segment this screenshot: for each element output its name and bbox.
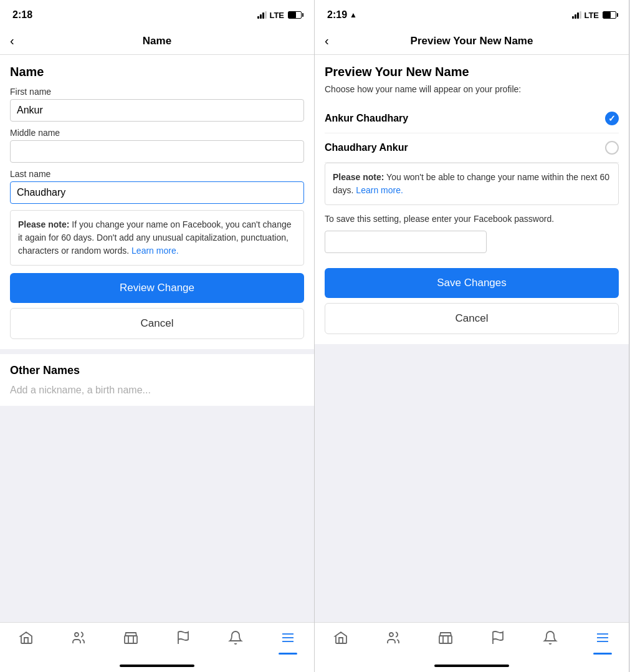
other-names-title: Other Names (10, 364, 304, 377)
nav-marketplace-right[interactable] (419, 628, 472, 650)
bell-icon-left (228, 630, 243, 648)
nav-friends-right[interactable] (367, 628, 419, 650)
nav-marketplace-left[interactable] (105, 628, 157, 650)
password-label: To save this setting, please enter your … (325, 213, 619, 226)
svg-point-0 (75, 633, 79, 636)
status-icons-right: LTE (572, 11, 616, 20)
name-note-box: Please note: If you change your name on … (10, 210, 304, 266)
first-name-label: First name (10, 87, 304, 97)
screen-content-left: Name First name Middle name Last name Pl… (0, 55, 314, 622)
status-bar-right: 2:19 ▲ LTE (315, 0, 629, 27)
other-names-placeholder[interactable]: Add a nickname, a birth name... (10, 385, 304, 396)
nav-flag-left[interactable] (157, 628, 209, 650)
name-note-text: Please note: If you change your name on … (18, 218, 296, 257)
name-option-1-text: Ankur Chaudhary (325, 113, 408, 124)
name-card: Name First name Middle name Last name Pl… (0, 55, 314, 349)
lte-label-left: LTE (269, 11, 284, 20)
home-icon-right (333, 630, 348, 648)
svg-rect-7 (439, 636, 452, 643)
save-changes-button[interactable]: Save Changes (325, 268, 619, 298)
first-name-input[interactable] (10, 99, 304, 122)
preview-card: Preview Your New Name Choose how your na… (315, 55, 629, 344)
middle-name-label: Middle name (10, 128, 304, 138)
nav-friends-left[interactable] (52, 628, 105, 650)
back-button-right[interactable]: ‹ (325, 34, 329, 48)
last-name-label: Last name (10, 169, 304, 179)
radio-selected (605, 112, 619, 125)
other-names-card: Other Names Add a nickname, a birth name… (0, 354, 314, 406)
signal-icon-left (257, 11, 267, 19)
name-option-1[interactable]: Ankur Chaudhary (325, 104, 619, 133)
nav-home-right[interactable] (315, 628, 367, 650)
left-phone-screen: 2:18 LTE ‹ Name Name First name Middle n… (0, 0, 315, 672)
learn-more-link-right[interactable]: Learn more. (356, 185, 403, 195)
learn-more-link-left[interactable]: Learn more. (131, 246, 178, 256)
cancel-button-left[interactable]: Cancel (10, 308, 304, 339)
friends-icon-left (71, 630, 86, 648)
preview-subtitle: Choose how your name will appear on your… (325, 84, 619, 94)
preview-card-title: Preview Your New Name (325, 65, 619, 79)
home-indicator-right (315, 660, 629, 672)
store-icon-left (123, 630, 138, 648)
page-title-left: Name (143, 35, 171, 47)
nav-home-left[interactable] (0, 628, 52, 650)
battery-icon-right (603, 11, 616, 19)
time-left: 2:18 (12, 9, 32, 21)
name-option-2[interactable]: Chaudhary Ankur (325, 133, 619, 163)
preview-note-text: Please note: You won't be able to change… (333, 171, 611, 197)
bell-icon-right (543, 630, 558, 648)
nav-bell-right[interactable] (524, 628, 576, 650)
right-phone-screen: 2:19 ▲ LTE ‹ Preview Your New Name Previ… (315, 0, 629, 672)
password-input[interactable] (325, 231, 487, 253)
location-icon: ▲ (350, 11, 357, 19)
menu-icon-left (280, 630, 295, 648)
lte-label-right: LTE (584, 11, 599, 20)
battery-icon-left (288, 11, 302, 19)
preview-note-box: Please note: You won't be able to change… (325, 163, 619, 205)
cancel-button-right[interactable]: Cancel (325, 303, 619, 334)
screen-content-right: Preview Your New Name Choose how your na… (315, 55, 629, 622)
nav-header-right: ‹ Preview Your New Name (315, 27, 629, 55)
nav-header-left: ‹ Name (0, 27, 314, 55)
friends-icon-right (386, 630, 401, 648)
nav-flag-right[interactable] (472, 628, 524, 650)
name-option-2-text: Chaudhary Ankur (325, 142, 408, 153)
flag-icon-right (490, 630, 505, 648)
review-change-button[interactable]: Review Change (10, 273, 304, 303)
status-icons-left: LTE (257, 11, 302, 20)
middle-name-input[interactable] (10, 140, 304, 163)
last-name-input[interactable] (10, 181, 304, 204)
svg-rect-1 (125, 636, 137, 643)
signal-icon-right (572, 11, 581, 19)
home-icon-left (19, 630, 34, 648)
name-card-title: Name (10, 65, 304, 79)
svg-point-6 (389, 633, 393, 636)
bottom-nav-right (315, 622, 629, 660)
password-section: To save this setting, please enter your … (325, 213, 619, 268)
menu-icon-right (595, 630, 610, 648)
page-title-right: Preview Your New Name (411, 35, 533, 47)
radio-unselected (605, 141, 619, 155)
bottom-nav-left (0, 622, 314, 660)
nav-bell-left[interactable] (209, 628, 262, 650)
flag-icon-left (176, 630, 191, 648)
home-indicator-left (0, 660, 314, 672)
nav-menu-left[interactable] (262, 628, 314, 650)
nav-menu-right[interactable] (576, 628, 629, 650)
time-right: 2:19 (327, 9, 347, 21)
back-button-left[interactable]: ‹ (10, 34, 14, 48)
status-bar-left: 2:18 LTE (0, 0, 314, 27)
store-icon-right (438, 630, 453, 648)
